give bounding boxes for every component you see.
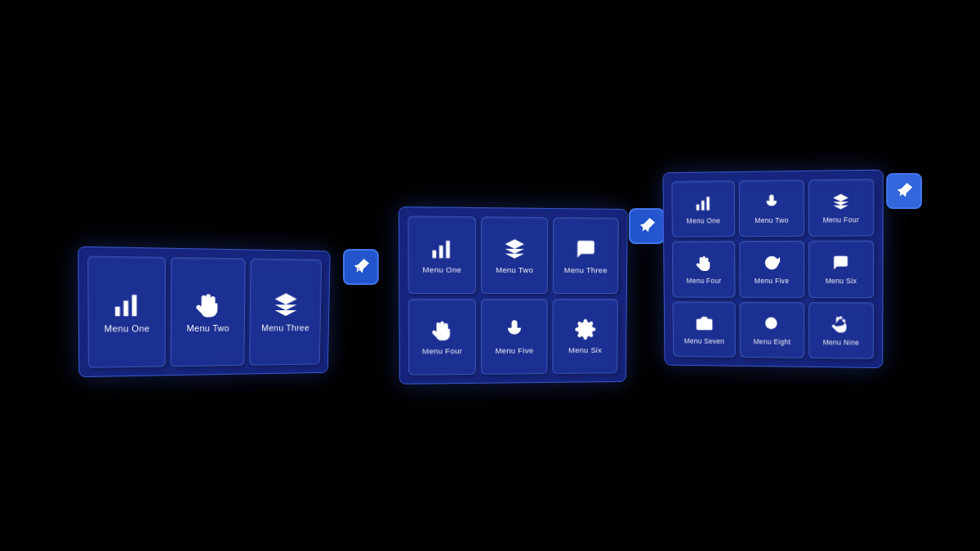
panel-right: Menu One Menu Two Menu Four Menu Four <box>662 170 883 368</box>
svg-rect-4 <box>439 245 443 257</box>
right-menu-six[interactable]: Menu Six <box>808 241 875 298</box>
right-menu-seven[interactable]: Menu Seven <box>672 301 736 358</box>
pin-button-mid[interactable] <box>629 208 665 244</box>
hand-open-icon-right <box>831 314 851 334</box>
bar-chart-icon-mid <box>430 236 455 261</box>
right-menu-four-a[interactable]: Menu Four <box>808 179 875 237</box>
svg-point-13 <box>765 317 777 329</box>
svg-line-14 <box>775 327 778 331</box>
svg-rect-0 <box>115 307 120 317</box>
mid-menu-six-label: Menu Six <box>568 345 602 354</box>
right-menu-nine-label: Menu Nine <box>823 338 859 347</box>
mid-menu-six[interactable]: Menu Six <box>552 298 618 374</box>
svg-rect-9 <box>701 201 704 211</box>
chat-icon-mid <box>574 237 599 261</box>
pin-button-left[interactable] <box>343 249 379 285</box>
left-menu-one[interactable]: Menu One <box>87 256 166 367</box>
svg-rect-8 <box>696 204 699 210</box>
right-menu-two[interactable]: Menu Two <box>739 180 804 237</box>
mic-icon-mid <box>502 318 527 342</box>
right-menu-five-label: Menu Five <box>755 277 789 285</box>
panel-mid: Menu One Menu Two Menu Three Menu Four M <box>399 207 628 384</box>
right-menu-one-label: Menu One <box>687 216 720 224</box>
gear-icon-mid <box>573 318 598 342</box>
right-menu-nine[interactable]: Menu Nine <box>808 302 874 359</box>
cube-icon <box>272 291 301 319</box>
right-menu-two-label: Menu Two <box>755 216 788 225</box>
right-menu-eight[interactable]: Menu Eight <box>740 301 804 358</box>
left-menu-three[interactable]: Menu Three <box>249 259 322 366</box>
right-menu-five[interactable]: Menu Five <box>739 241 804 298</box>
svg-rect-3 <box>432 250 436 257</box>
mic-icon-right <box>762 193 782 212</box>
mid-menu-two[interactable]: Menu Two <box>481 216 548 293</box>
svg-rect-5 <box>446 240 450 257</box>
hand-icon <box>194 290 223 319</box>
mid-menu-five-label: Menu Five <box>495 346 533 356</box>
right-menu-seven-label: Menu Seven <box>684 336 725 344</box>
right-menu-four-a-label: Menu Four <box>823 216 860 224</box>
left-menu-two-label: Menu Two <box>186 323 229 334</box>
mid-menu-three-label: Menu Three <box>564 265 608 274</box>
right-menu-four-b[interactable]: Menu Four <box>672 241 736 297</box>
mid-menu-four-label: Menu Four <box>422 346 462 356</box>
svg-rect-10 <box>706 197 710 210</box>
mid-menu-one-label: Menu One <box>423 264 462 274</box>
mid-menu-three[interactable]: Menu Three <box>553 217 619 293</box>
mid-menu-two-label: Menu Two <box>496 264 533 274</box>
bar-chart-icon <box>112 290 142 320</box>
left-menu-three-label: Menu Three <box>261 323 310 334</box>
mid-menu-four[interactable]: Menu Four <box>408 299 476 375</box>
left-menu-one-label: Menu One <box>105 324 150 335</box>
right-menu-six-label: Menu Six <box>826 277 857 285</box>
svg-rect-2 <box>132 295 137 317</box>
cube-icon-right <box>831 192 851 212</box>
scene: Menu One Menu Two Menu Three Menu One <box>0 0 980 551</box>
cube-icon-mid <box>502 236 527 260</box>
hand-icon-mid <box>430 318 454 342</box>
right-menu-one[interactable]: Menu One <box>671 180 735 238</box>
mid-menu-five[interactable]: Menu Five <box>481 298 548 374</box>
search-icon-right <box>762 314 782 334</box>
camera-icon-right <box>694 313 714 333</box>
left-menu-two[interactable]: Menu Two <box>171 257 246 367</box>
right-menu-eight-label: Menu Eight <box>753 337 791 346</box>
hand-icon-right <box>694 254 714 273</box>
panel-left: Menu One Menu Two Menu Three <box>78 247 330 378</box>
refresh-icon-right <box>762 253 782 273</box>
chat-icon-right <box>831 253 851 273</box>
right-menu-four-b-label: Menu Four <box>686 277 721 285</box>
mid-menu-one[interactable]: Menu One <box>408 216 476 293</box>
svg-rect-1 <box>123 301 128 317</box>
pin-button-right[interactable] <box>886 173 922 209</box>
bar-chart-icon-right <box>693 193 713 212</box>
